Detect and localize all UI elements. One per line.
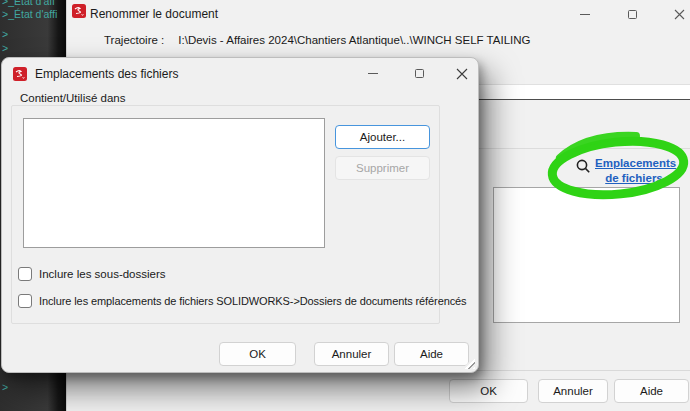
tree-item: >_État d'aff (2, 0, 55, 7)
minimize-button[interactable] (565, 0, 605, 28)
close-button[interactable] (442, 58, 482, 89)
file-locations-link-line2[interactable]: de fichiers (595, 171, 673, 186)
trajectory-row: Trajectoire :I:\Devis - Affaires 2024\Ch… (104, 34, 530, 46)
close-button[interactable] (659, 0, 690, 28)
screenshot-root: >_État d'aff >_État d'affi > > > Renomme… (0, 0, 690, 411)
remove-button[interactable]: Supprimer (335, 156, 430, 180)
minimize-icon (368, 73, 378, 74)
tree-item: > (2, 381, 8, 393)
include-sw-locations-row: Inclure les emplacements de fichiers SOL… (18, 294, 467, 308)
maximize-button[interactable] (612, 0, 652, 28)
trajectory-value: I:\Devis - Affaires 2024\Chantiers Atlan… (178, 34, 530, 46)
file-locations-titlebar[interactable]: Emplacements des fichiers (2, 58, 478, 89)
tree-item: > (2, 28, 8, 40)
rename-dialog-title: Renommer le document (90, 7, 218, 21)
file-locations-link[interactable]: Emplacements de fichiers (595, 156, 673, 186)
locations-cancel-button[interactable]: Annuler (314, 342, 389, 366)
locations-listbox[interactable] (23, 118, 325, 248)
rename-dialog-listbox[interactable] (493, 187, 680, 323)
file-locations-link-line1[interactable]: Emplacements (595, 156, 673, 171)
rename-ok-button[interactable]: OK (449, 379, 528, 403)
group-label: Contient/Utilisé dans (16, 92, 129, 104)
include-subfolders-label: Inclure les sous-dossiers (39, 268, 166, 280)
add-button[interactable]: Ajouter... (335, 125, 430, 149)
close-icon (456, 68, 468, 80)
include-sw-locations-label: Inclure les emplacements de fichiers SOL… (39, 295, 467, 307)
minimize-icon (580, 14, 590, 15)
trajectory-label: Trajectoire : (104, 34, 164, 46)
maximize-button[interactable] (399, 58, 439, 89)
file-locations-title: Emplacements des fichiers (35, 67, 178, 81)
search-icon (575, 158, 592, 175)
file-locations-dialog: Emplacements des fichiers Contient/Utili… (1, 57, 479, 373)
include-subfolders-checkbox[interactable] (18, 267, 32, 281)
close-icon (674, 9, 685, 20)
minimize-button[interactable] (353, 58, 393, 89)
solidworks-logo-icon (12, 66, 28, 82)
maximize-icon (628, 10, 637, 19)
tree-item: > (2, 42, 8, 54)
maximize-icon (415, 69, 424, 78)
include-sw-locations-checkbox[interactable] (18, 294, 32, 308)
solidworks-logo-icon (71, 3, 87, 19)
rename-cancel-button[interactable]: Annuler (538, 379, 608, 403)
rename-help-button[interactable]: Aide (614, 379, 689, 403)
rename-dialog-titlebar[interactable]: Renommer le document (67, 0, 690, 28)
tree-item: >_État d'affi (2, 8, 57, 20)
include-subfolders-row: Inclure les sous-dossiers (18, 267, 166, 281)
locations-help-button[interactable]: Aide (394, 342, 469, 366)
locations-ok-button[interactable]: OK (219, 342, 296, 366)
